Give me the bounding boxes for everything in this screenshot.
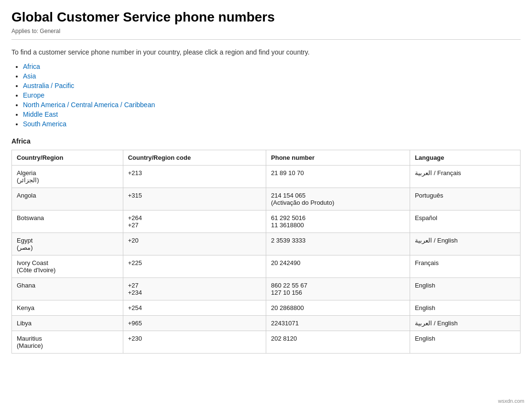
table-row: Libya+96522431071العربية / English [12, 316, 521, 331]
table-body: Algeria(الجزائر)+21321 89 10 70العربية /… [12, 166, 521, 354]
table-cell-code: +213 [123, 166, 266, 188]
table-cell-code: +20 [123, 233, 266, 255]
table-cell-country: Botswana [12, 211, 123, 233]
table-cell-country: Algeria(الجزائر) [12, 166, 123, 188]
table-row: Kenya+25420 2868800English [12, 300, 521, 316]
africa-section: Africa Country/RegionCountry/Region code… [11, 137, 521, 354]
table-cell-language: English [410, 278, 520, 300]
region-list-item: Africa [23, 63, 521, 70]
table-row: Ghana+27+234860 22 55 67127 10 156Englis… [12, 278, 521, 300]
table-row: Botswana+264+2761 292 501611 3618800Espa… [12, 211, 521, 233]
applies-to-text: Applies to: General [11, 28, 521, 34]
table-cell-country: Libya [12, 316, 123, 331]
table-cell-language: العربية / English [410, 233, 520, 255]
header-divider [11, 39, 521, 40]
table-column-header: Country/Region code [123, 150, 266, 166]
table-cell-country: Ivory Coast(Côte d'Ivoire) [12, 255, 123, 278]
table-cell-country: Egypt(مصر) [12, 233, 123, 255]
intro-text: To find a customer service phone number … [11, 48, 521, 56]
table-cell-language: English [410, 300, 520, 316]
table-cell-language: English [410, 331, 520, 354]
table-column-header: Phone number [266, 150, 410, 166]
table-row: Egypt(مصر)+202 3539 3333العربية / Englis… [12, 233, 521, 255]
table-cell-code: +264+27 [123, 211, 266, 233]
table-row: Mauritius(Maurice)+230202 8120English [12, 331, 521, 354]
page-title: Global Customer Service phone numbers [11, 10, 521, 25]
region-list-item: Europe [23, 91, 521, 99]
table-cell-phone: 214 154 065(Activação do Produto) [266, 188, 410, 211]
table-cell-code: +230 [123, 331, 266, 354]
table-cell-phone: 202 8120 [266, 331, 410, 354]
region-link[interactable]: Europe [23, 91, 44, 99]
table-cell-code: +254 [123, 300, 266, 316]
table-column-header: Country/Region [12, 150, 123, 166]
table-cell-code: +27+234 [123, 278, 266, 300]
table-cell-phone: 21 89 10 70 [266, 166, 410, 188]
table-cell-code: +225 [123, 255, 266, 278]
region-list-item: Australia / Pacific [23, 82, 521, 89]
table-cell-language: Español [410, 211, 520, 233]
table-row: Algeria(الجزائر)+21321 89 10 70العربية /… [12, 166, 521, 188]
table-header: Country/RegionCountry/Region codePhone n… [12, 150, 521, 166]
region-link[interactable]: Middle East [23, 111, 58, 118]
table-cell-country: Angola [12, 188, 123, 211]
table-cell-language: العربية / Français [410, 166, 520, 188]
region-list-item: South America [23, 120, 521, 128]
africa-table: Country/RegionCountry/Region codePhone n… [11, 150, 521, 354]
table-cell-country: Ghana [12, 278, 123, 300]
table-header-row: Country/RegionCountry/Region codePhone n… [12, 150, 521, 166]
table-cell-code: +965 [123, 316, 266, 331]
region-list-item: Middle East [23, 111, 521, 118]
table-cell-language: Português [410, 188, 520, 211]
region-list: AfricaAsiaAustralia / PacificEuropeNorth… [11, 63, 521, 128]
table-cell-phone: 2 3539 3333 [266, 233, 410, 255]
region-link[interactable]: South America [23, 120, 66, 128]
table-row: Ivory Coast(Côte d'Ivoire)+22520 242490F… [12, 255, 521, 278]
region-link[interactable]: Africa [23, 63, 40, 70]
region-link[interactable]: Asia [23, 72, 36, 80]
region-list-item: North America / Central America / Caribb… [23, 101, 521, 109]
region-link[interactable]: Australia / Pacific [23, 82, 74, 89]
table-cell-phone: 860 22 55 67127 10 156 [266, 278, 410, 300]
table-cell-phone: 20 2868800 [266, 300, 410, 316]
table-cell-country: Mauritius(Maurice) [12, 331, 123, 354]
table-cell-language: العربية / English [410, 316, 520, 331]
table-cell-phone: 22431071 [266, 316, 410, 331]
africa-section-title: Africa [11, 137, 521, 145]
table-row: Angola+315214 154 065(Activação do Produ… [12, 188, 521, 211]
table-cell-country: Kenya [12, 300, 123, 316]
table-cell-phone: 20 242490 [266, 255, 410, 278]
region-list-item: Asia [23, 72, 521, 80]
region-link[interactable]: North America / Central America / Caribb… [23, 101, 155, 109]
table-cell-language: Français [410, 255, 520, 278]
table-column-header: Language [410, 150, 520, 166]
table-cell-phone: 61 292 501611 3618800 [266, 211, 410, 233]
table-cell-code: +315 [123, 188, 266, 211]
